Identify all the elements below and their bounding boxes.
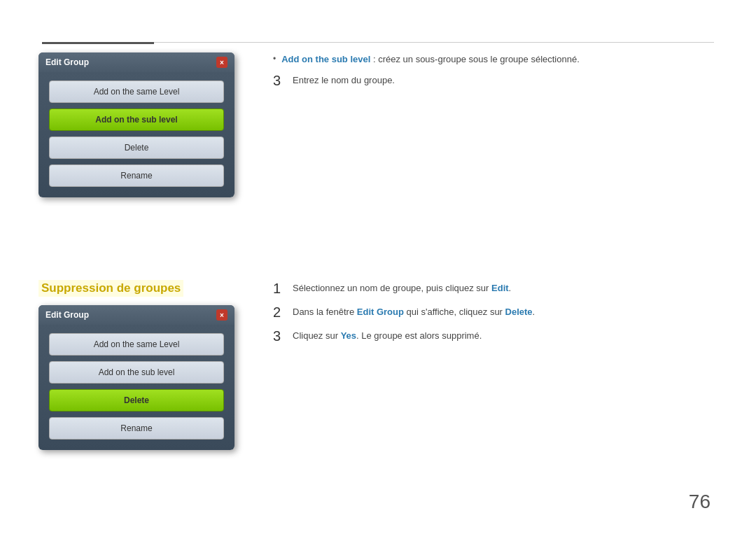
step2-3-number: 3 bbox=[273, 328, 284, 344]
step2-2-number: 2 bbox=[273, 304, 284, 321]
dialog1-btn-delete[interactable]: Delete bbox=[49, 136, 224, 159]
section2-left-panel: Suppression de groupes Edit Group × Add … bbox=[38, 280, 241, 450]
step1-number: 3 bbox=[273, 72, 284, 89]
step2-2-text-after: . bbox=[533, 307, 536, 317]
step2-3-text-after: . Le groupe est alors supprimé. bbox=[356, 330, 482, 341]
step2-3-item: 3 Cliquez sur Yes. Le groupe est alors s… bbox=[273, 328, 714, 344]
step2-1-text-after: . bbox=[509, 283, 512, 293]
dialog2-close-btn[interactable]: × bbox=[216, 309, 227, 321]
bullet-dot-1: • bbox=[273, 54, 276, 64]
step2-2-item: 2 Dans la fenêtre Edit Group qui s'affic… bbox=[273, 304, 714, 321]
step2-1-link: Edit bbox=[491, 283, 509, 293]
step2-1-number: 1 bbox=[273, 280, 284, 297]
bullet-description: : créez un sous-groupe sous le groupe sé… bbox=[370, 54, 579, 64]
step2-3-link: Yes bbox=[341, 330, 356, 341]
dialog1-btn-sub-level[interactable]: Add on the sub level bbox=[49, 108, 224, 131]
section2-right-content: 1 Sélectionnez un nom de groupe, puis cl… bbox=[273, 280, 714, 351]
dialog2-btn-same-level[interactable]: Add on the same Level bbox=[49, 333, 224, 356]
bullet-point-1: • Add on the sub level : créez un sous-g… bbox=[273, 52, 714, 66]
step2-2-link2: Delete bbox=[505, 307, 533, 317]
dialog2-btn-rename[interactable]: Rename bbox=[49, 417, 224, 440]
bullet-text-1: Add on the sub level : créez un sous-gro… bbox=[281, 52, 580, 66]
step1-item: 3 Entrez le nom du groupe. bbox=[273, 72, 714, 89]
step2-2-text-before: Dans la fenêtre bbox=[293, 307, 357, 317]
dialog1-btn-same-level[interactable]: Add on the same Level bbox=[49, 80, 224, 103]
step2-1-item: 1 Sélectionnez un nom de groupe, puis cl… bbox=[273, 280, 714, 297]
dialog2-btn-delete[interactable]: Delete bbox=[49, 389, 224, 412]
section1-right-content: • Add on the sub level : créez un sous-g… bbox=[273, 52, 714, 96]
section1-left-panel: Edit Group × Add on the same Level Add o… bbox=[38, 52, 241, 197]
dialog1-btn-rename[interactable]: Rename bbox=[49, 164, 224, 187]
top-rule-accent bbox=[42, 42, 154, 44]
dialog2-btn-sub-level[interactable]: Add on the sub level bbox=[49, 361, 224, 384]
page-number: 76 bbox=[689, 491, 710, 513]
step2-1-text: Sélectionnez un nom de groupe, puis cliq… bbox=[293, 280, 511, 295]
step2-2-text: Dans la fenêtre Edit Group qui s'affiche… bbox=[293, 304, 535, 319]
dialog1-close-btn[interactable]: × bbox=[216, 57, 227, 68]
step2-3-text-before: Cliquez sur bbox=[293, 330, 341, 341]
dialog2-title: Edit Group bbox=[46, 310, 89, 320]
dialog1-title: Edit Group bbox=[46, 57, 89, 67]
add-sub-level-link: Add on the sub level bbox=[281, 54, 370, 64]
section2-title: Suppression de groupes bbox=[38, 280, 183, 297]
step1-text: Entrez le nom du groupe. bbox=[293, 72, 395, 87]
step2-2-link1: Edit Group bbox=[357, 307, 404, 317]
step2-1-text-before: Sélectionnez un nom de groupe, puis cliq… bbox=[293, 283, 491, 293]
edit-group-dialog-1: Edit Group × Add on the same Level Add o… bbox=[38, 52, 234, 197]
step2-2-text-mid: qui s'affiche, cliquez sur bbox=[404, 307, 505, 317]
edit-group-dialog-2: Edit Group × Add on the same Level Add o… bbox=[38, 305, 234, 450]
step2-3-text: Cliquez sur Yes. Le groupe est alors sup… bbox=[293, 328, 482, 343]
dialog2-title-bar: Edit Group × bbox=[38, 305, 234, 325]
dialog1-title-bar: Edit Group × bbox=[38, 52, 234, 72]
dialog2-body: Add on the same Level Add on the sub lev… bbox=[38, 325, 234, 450]
dialog1-body: Add on the same Level Add on the sub lev… bbox=[38, 72, 234, 197]
